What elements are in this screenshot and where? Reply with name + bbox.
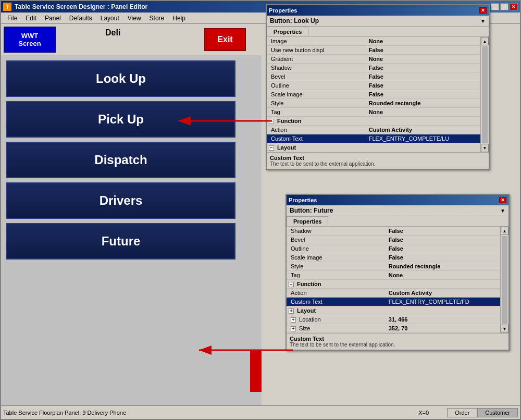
menu-store[interactable]: Store [145,14,169,23]
minimize-button[interactable]: _ [491,3,499,10]
props2-custom-text-label: Custom Text [287,298,387,306]
future-label: Future [102,234,141,249]
props2-scrollbar[interactable]: ▲ ▼ [500,227,508,333]
props2-button-name: Button: Future [290,207,333,214]
pickup-label: Pick Up [98,112,144,127]
table-row: Bevel False [287,236,508,244]
close-button[interactable]: ✕ [510,3,518,10]
props2-dropdown-arrow[interactable]: ▼ [500,208,505,214]
table-row: Bevel False [267,72,489,81]
table-row: Tag None [287,271,508,280]
props2-body: Shadow False Bevel False Outline False S… [287,227,508,333]
exit-btn-label: Exit [217,35,232,44]
props2-close-button[interactable]: ✕ [499,197,506,203]
table-row: Style Rounded rectangle [287,262,508,271]
table-row: Use new button displ False [267,46,489,55]
custom-text-row[interactable]: Custom Text FLEX_ENTRY_COMPLETE/LU ▼ [267,134,489,143]
scroll-up-button[interactable]: ▲ [481,37,489,45]
props2-header: Button: Future ▼ [287,205,508,216]
maximize-button[interactable]: □ [500,3,508,10]
menu-defaults[interactable]: Defaults [65,14,96,23]
table-row: Shadow False [267,64,489,72]
menu-file[interactable]: File [3,14,21,23]
menu-panel[interactable]: Panel [41,14,65,23]
table-row: Style Rounded rectangle [267,99,489,108]
props2-custom-text-section-title: Custom Text [290,336,505,342]
props2-title: Properties [289,197,317,203]
table-row: Gradient None [267,55,489,64]
window-title: Table Service Screen Designer : Panel Ed… [15,3,147,10]
props2-scroll-up-button[interactable]: ▲ [501,227,508,235]
wwt-screen-button[interactable]: WWTScreen [4,27,56,53]
dispatch-label: Dispatch [94,153,147,167]
action-row: Action Custom Activity [267,126,489,134]
pickup-button[interactable]: Pick Up [6,101,235,138]
props2-table: Shadow False Bevel False Outline False S… [287,227,508,333]
props1-table: Image None Use new button displ False Gr… [267,37,489,152]
props2-function-section-header: − Function [287,280,508,289]
scroll-thumb [482,46,488,143]
scroll-down-button[interactable]: ▼ [481,144,489,152]
props1-close-button[interactable]: ✕ [479,7,487,14]
props2-layout-collapse-icon[interactable]: + [289,308,294,314]
wwt-btn-label: WWTScreen [18,32,41,47]
props1-dropdown-arrow[interactable]: ▼ [480,18,486,24]
lookup-button[interactable]: Look Up [6,60,235,97]
dispatch-button[interactable]: Dispatch [6,142,235,178]
props2-tabs: Properties [287,216,508,227]
props2-layout-section-header: + Layout [287,306,508,315]
props2-tab-properties[interactable]: Properties [287,216,328,226]
table-row: Outline False [267,81,489,90]
menu-edit[interactable]: Edit [21,14,41,23]
drivers-label: Drivers [100,193,143,208]
tab-order[interactable]: Order [447,408,477,417]
props2-custom-text-section-desc: The text to be sent to the external appl… [290,342,505,348]
props2-action-row: Action Custom Activity [287,289,508,298]
props2-custom-text-section: Custom Text The text to be sent to the e… [287,333,508,350]
status-coords: X=0 [416,410,447,416]
drivers-button[interactable]: Drivers [6,182,235,219]
future-red-accent [250,351,262,392]
layout-collapse-icon[interactable]: − [269,145,274,151]
canvas-top: WWTScreen Deli Exit [1,24,262,55]
menu-help[interactable]: Help [168,14,190,23]
title-bar-buttons: _ □ ✕ [491,3,518,10]
props1-header: Button: Look Up ▼ [267,16,489,27]
future-button[interactable]: Future [6,223,235,260]
lookup-label: Look Up [96,71,146,86]
properties-panel-1: Properties ✕ Button: Look Up ▼ Propertie… [266,4,490,170]
function-section-header: − Function [267,117,489,126]
props1-title: Properties [269,7,297,14]
props2-scroll-down-button[interactable]: ▼ [501,325,508,333]
panel-buttons-container: Look Up Pick Up Dispatch Drivers Future [1,55,262,265]
table-row: Scale image False [267,90,489,99]
props1-custom-text-section: Custom Text The text to be sent to the e… [267,152,489,169]
props1-button-name: Button: Look Up [270,17,319,24]
props2-location-row: + Location 31, 466 [287,315,508,324]
canvas-area: WWTScreen Deli Exit Look Up Pick Up Disp… [1,24,262,405]
custom-text-section-title: Custom Text [270,155,486,161]
status-text: Table Service Floorplan Panel: 9 Deliver… [3,410,416,416]
status-tabs: Order Customer [447,408,518,417]
table-row: Image None [267,37,489,46]
app-icon: T [3,3,11,11]
props2-function-collapse-icon[interactable]: − [289,282,294,287]
menu-view[interactable]: View [123,14,145,23]
menu-layout[interactable]: Layout [96,14,123,23]
props2-size-row: + Size 352, 70 [287,324,508,333]
props1-body: Image None Use new button displ False Gr… [267,37,489,152]
function-collapse-icon[interactable]: − [269,119,274,124]
props2-scroll-thumb [502,236,507,324]
tab-customer[interactable]: Customer [477,408,518,417]
props1-title-bar: Properties ✕ [267,5,489,16]
layout-section-header: − Layout [267,143,489,152]
exit-button[interactable]: Exit [204,28,246,51]
props2-title-bar: Properties ✕ [287,195,508,205]
custom-text-section-desc: The text to be sent to the external appl… [270,161,486,167]
props1-tab-properties[interactable]: Properties [267,27,308,36]
props1-scrollbar[interactable]: ▲ ▼ [480,37,489,152]
status-bar: Table Service Floorplan Panel: 9 Deliver… [1,405,520,419]
table-row: Shadow False [287,227,508,236]
props1-tabs: Properties [267,27,489,37]
props2-custom-text-row[interactable]: Custom Text FLEX_ENTRY_COMPLETE/FD ▼ [287,298,508,306]
